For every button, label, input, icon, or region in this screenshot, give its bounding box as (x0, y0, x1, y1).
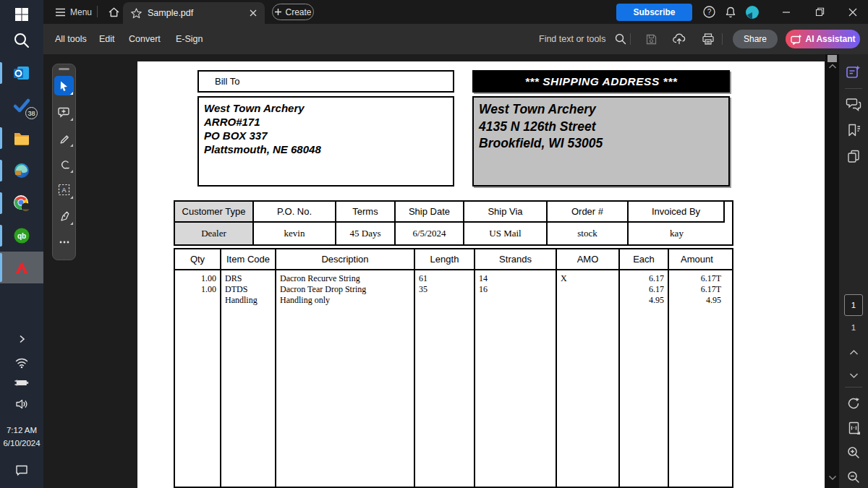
document-tab[interactable]: Sample.pdf (123, 2, 265, 24)
rotate-icon (846, 396, 861, 411)
col-amount: 6.17T 6.17T 4.95 (669, 270, 725, 487)
items-header: AMO (557, 249, 620, 269)
ai-assistant-icon (791, 34, 802, 45)
fill-sign-tool-button[interactable] (54, 206, 74, 226)
palette-drag-handle[interactable] (59, 68, 69, 70)
add-comment-tool-button[interactable] (54, 102, 74, 121)
taskbar-edge-button[interactable] (0, 160, 43, 181)
tab-convert[interactable]: Convert (129, 24, 161, 54)
tab-edit[interactable]: Edit (99, 24, 115, 54)
rotate-page-button[interactable] (839, 394, 868, 413)
edit-text-tool-button[interactable]: A (54, 180, 74, 200)
page-thumbnails-panel-button[interactable] (839, 147, 868, 166)
share-button[interactable]: Share (733, 30, 778, 48)
start-button[interactable] (0, 4, 43, 25)
taskbar-chrome-button[interactable] (0, 192, 43, 214)
info-header: Ship Via (464, 202, 548, 223)
items-header: Qty (175, 249, 221, 269)
cursor-arrow-icon (59, 80, 69, 92)
cloud-upload-icon (672, 33, 686, 46)
find-search-button[interactable] (610, 28, 631, 50)
item-amount: 6.17T (669, 273, 725, 284)
bill-line: West Town Archery (204, 101, 448, 115)
more-tools-button[interactable] (54, 232, 74, 252)
lasso-tool-button[interactable] (54, 154, 74, 174)
tab-esign[interactable]: E-Sign (176, 24, 203, 54)
svg-text:?: ? (707, 8, 711, 16)
tab-all-tools[interactable]: All tools (55, 24, 87, 54)
bookmarks-panel-button[interactable] (839, 121, 868, 140)
quick-tools-palette: A (52, 64, 76, 260)
find-text-label[interactable]: Find text or tools (539, 24, 605, 54)
toolbar-divider (722, 33, 723, 45)
tab-close-button[interactable] (249, 9, 258, 17)
taskbar-acrobat-button[interactable] (0, 257, 43, 278)
save-button[interactable] (640, 28, 662, 50)
current-page-input[interactable]: 1 (844, 294, 863, 316)
ai-assistant-button[interactable]: AI Assistant (786, 30, 860, 48)
action-center-button[interactable] (0, 461, 43, 479)
page-fit-button[interactable] (839, 419, 868, 437)
scrollbar-thumb[interactable] (827, 55, 837, 62)
toolbar-divider (630, 33, 631, 45)
item-code: DRS (221, 273, 275, 284)
acrobat-titlebar: Menu Sample.pdf (43, 0, 868, 24)
shipping-address-box: West Town Archery 4135 N 126th Street Br… (472, 96, 730, 187)
cloud-upload-button[interactable] (668, 28, 690, 50)
info-header: P.O. No. (254, 202, 336, 223)
zoom-in-button[interactable] (839, 443, 868, 462)
vertical-scrollbar[interactable] (825, 54, 839, 488)
taskbar-search-button[interactable] (0, 29, 43, 52)
bill-to-label: Bill To (215, 76, 239, 87)
rail-divider (845, 387, 862, 388)
tray-wifi-button[interactable] (0, 355, 43, 369)
close-window-button[interactable] (841, 0, 865, 24)
account-avatar[interactable] (741, 0, 763, 24)
item-amount: 6.17T (669, 284, 725, 295)
menu-button[interactable]: Menu (55, 0, 92, 24)
tray-volume-button[interactable] (0, 397, 43, 411)
info-value: 45 Days (336, 223, 396, 244)
info-value: US Mail (464, 223, 548, 244)
home-button[interactable] (103, 0, 124, 24)
draw-tool-button[interactable] (54, 128, 74, 147)
taskbar-todo-button[interactable]: 38 (0, 95, 43, 116)
subscribe-button[interactable]: Subscribe (616, 4, 692, 21)
taskbar-outlook-button[interactable] (0, 62, 43, 84)
ai-assistant-panel-button[interactable] (839, 63, 868, 82)
minimize-button[interactable] (774, 0, 799, 24)
scroll-up-icon[interactable] (828, 64, 837, 69)
document-viewer: A (43, 54, 825, 488)
items-header: Description (276, 249, 415, 269)
select-tool-button[interactable] (54, 76, 74, 95)
ellipsis-icon (59, 240, 70, 244)
bill-to-label-box: Bill To (197, 70, 454, 93)
svg-text:qb: qb (17, 232, 26, 240)
item-code: Handling (221, 295, 275, 306)
taskbar-explorer-button[interactable] (0, 127, 43, 149)
item-each: 6.17 (620, 273, 668, 284)
previous-page-button[interactable] (839, 346, 868, 358)
avatar (745, 5, 760, 20)
clock-time[interactable]: 7:12 AM (0, 424, 43, 437)
next-page-button[interactable] (839, 369, 868, 381)
zoom-out-button[interactable] (839, 468, 868, 487)
todo-badge: 38 (25, 107, 38, 119)
print-button[interactable] (697, 28, 719, 50)
create-tab-button[interactable]: Create (272, 4, 314, 20)
star-icon[interactable] (130, 7, 142, 20)
taskbar-quickbooks-button[interactable]: qb (0, 225, 43, 247)
help-button[interactable]: ? (698, 0, 720, 24)
notifications-button[interactable] (720, 0, 741, 24)
restore-button[interactable] (807, 0, 832, 24)
col-qty: 1.00 1.00 (175, 270, 221, 487)
menu-label: Menu (70, 7, 92, 17)
info-header: Ship Date (396, 202, 464, 223)
tray-expand-button[interactable] (0, 333, 43, 346)
clock-date[interactable]: 6/10/2024 (0, 437, 43, 450)
quickbooks-icon: qb (13, 227, 30, 244)
scroll-down-icon[interactable] (828, 475, 837, 481)
pdf-page[interactable]: Bill To West Town Archery ARRO#171 PO BO… (137, 61, 825, 488)
comments-panel-button[interactable] (839, 95, 868, 114)
tray-battery-button[interactable] (0, 375, 43, 390)
